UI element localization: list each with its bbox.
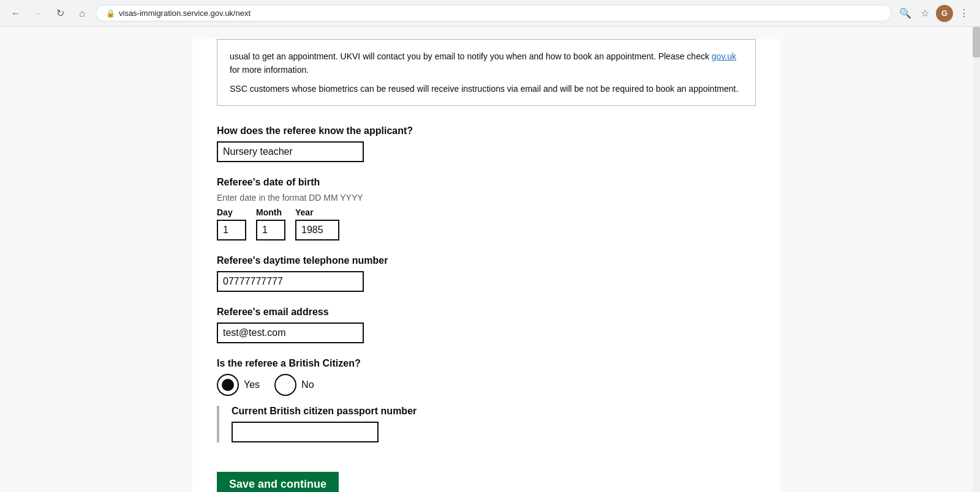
british-citizen-group: Is the referee a British Citizen? Yes No… [217, 358, 756, 442]
back-button[interactable]: ← [7, 5, 24, 22]
info-text-1: usual to get an appointment. UKVI will c… [230, 51, 712, 61]
year-label: Year [295, 207, 339, 217]
menu-button[interactable]: ⋮ [956, 5, 973, 22]
email-label: Referee's email address [217, 307, 756, 318]
browser-chrome: ← → ↻ ⌂ 🔒 visas-immigration.service.gov.… [0, 0, 980, 27]
reload-button[interactable]: ↻ [51, 5, 69, 22]
main-scroll: usual to get an appointment. UKVI will c… [0, 27, 973, 492]
phone-group: Referee's daytime telephone number [217, 255, 756, 292]
radio-group: Yes No [217, 374, 756, 396]
forward-button[interactable]: → [29, 5, 47, 22]
referee-knows-group: How does the referee know the applicant? [217, 125, 756, 162]
year-input[interactable] [295, 220, 339, 240]
dob-hint: Enter date in the format DD MM YYYY [217, 193, 756, 203]
no-radio[interactable] [274, 374, 296, 396]
year-field-group: Year [295, 207, 339, 240]
scrollbar-track[interactable] [973, 27, 980, 492]
day-label: Day [217, 207, 246, 217]
save-continue-button[interactable]: Save and continue [217, 472, 339, 492]
info-text-2: for more information. [230, 65, 309, 75]
passport-input[interactable] [232, 422, 379, 442]
no-radio-label: No [301, 379, 314, 390]
address-bar[interactable]: 🔒 visas-immigration.service.gov.uk/next [96, 5, 892, 21]
gov-uk-link[interactable]: gov.uk [712, 51, 736, 61]
date-fields: Day Month Year [217, 207, 756, 240]
home-button[interactable]: ⌂ [74, 5, 91, 22]
month-field-group: Month [256, 207, 285, 240]
no-radio-item[interactable]: No [274, 374, 314, 396]
bookmark-button[interactable]: ☆ [916, 5, 933, 22]
british-citizen-label: Is the referee a British Citizen? [217, 358, 756, 369]
email-input[interactable] [217, 322, 364, 343]
referee-knows-label: How does the referee know the applicant? [217, 125, 756, 136]
yes-radio[interactable] [217, 374, 239, 396]
passport-label: Current British citizen passport number [232, 406, 756, 417]
phone-label: Referee's daytime telephone number [217, 255, 756, 266]
passport-reveal: Current British citizen passport number [217, 406, 756, 442]
url-text: visas-immigration.service.gov.uk/next [119, 9, 251, 18]
main-wrapper: usual to get an appointment. UKVI will c… [0, 27, 980, 492]
lock-icon: 🔒 [106, 9, 115, 18]
referee-knows-input[interactable] [217, 141, 364, 162]
search-button[interactable]: 🔍 [897, 5, 914, 22]
month-input[interactable] [256, 220, 285, 240]
browser-actions: 🔍 ☆ G ⋮ [897, 5, 973, 22]
page-content: usual to get an appointment. UKVI will c… [192, 39, 780, 492]
month-label: Month [256, 207, 285, 217]
day-field-group: Day [217, 207, 246, 240]
day-input[interactable] [217, 220, 246, 240]
yes-radio-item[interactable]: Yes [217, 374, 260, 396]
dob-group: Referee's date of birth Enter date in th… [217, 177, 756, 240]
info-text: usual to get an appointment. UKVI will c… [230, 50, 743, 77]
info-text-3: SSC customers whose biometrics can be re… [230, 82, 743, 95]
dob-label: Referee's date of birth [217, 177, 756, 188]
avatar[interactable]: G [936, 5, 953, 22]
yes-radio-label: Yes [244, 379, 260, 390]
phone-input[interactable] [217, 271, 364, 292]
email-group: Referee's email address [217, 307, 756, 343]
scrollbar-thumb[interactable] [973, 27, 980, 58]
info-box: usual to get an appointment. UKVI will c… [217, 39, 756, 106]
